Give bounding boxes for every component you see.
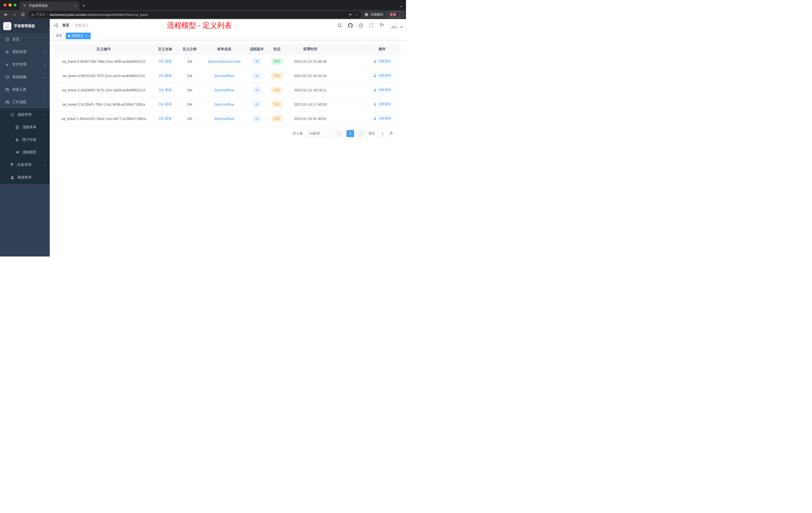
- briefcase-icon: [5, 100, 9, 104]
- person-icon: [373, 117, 377, 120]
- col-definition-name: 定义名称: [153, 44, 178, 54]
- person-icon: [10, 175, 14, 180]
- tab-search-icon[interactable]: [400, 3, 402, 8]
- definition-name-link[interactable]: OA 请假: [159, 73, 172, 78]
- back-icon[interactable]: [2, 11, 9, 18]
- users-icon: [15, 138, 19, 142]
- goto-page: 前往 页: [369, 130, 393, 137]
- sidebar-item-dev-tools[interactable]: 研发工具: [0, 83, 50, 96]
- form-info-link[interactable]: /bpm/oa/flow: [214, 88, 234, 92]
- sidebar-item-infrastructure[interactable]: 基础设施: [0, 71, 50, 83]
- col-form-info: 表单信息: [202, 44, 247, 54]
- tag-close-icon[interactable]: ×: [85, 34, 88, 38]
- assign-rule-button[interactable]: 分配规则: [373, 88, 391, 92]
- pagination: 共 5 条 10条/页 ‹ 1 › 前往 页: [55, 126, 401, 137]
- page-number-button[interactable]: 1: [347, 130, 354, 137]
- definition-name-link[interactable]: OA 请假: [159, 117, 172, 120]
- assign-rule-button[interactable]: 分配规则: [373, 116, 391, 121]
- main-area: 首页 / 流程定义 流程模型 - 定义列表 ?: [50, 19, 406, 256]
- sidebar: 芋道管理系统 首页 ⚙ 系统管理 ¥ 支付管理: [0, 19, 50, 256]
- form-info-link[interactable]: /bpm/oa/flow: [214, 102, 234, 107]
- browser-menu-icon[interactable]: ⋮: [398, 12, 402, 17]
- next-page-button[interactable]: ›: [357, 130, 365, 137]
- sidebar-item-task-management[interactable]: 任务管理: [0, 159, 50, 171]
- version-tag: v4: [253, 73, 261, 79]
- col-deploy-time: 部署时间: [287, 44, 334, 54]
- paper-plane-icon: [15, 150, 19, 155]
- breadcrumb-current: 流程定义: [75, 23, 89, 28]
- tab-close-icon[interactable]: ×: [73, 4, 77, 8]
- chevron-up-icon: [44, 114, 46, 116]
- deploy-time-cell: 2022-01-22 21:48:38: [287, 54, 334, 68]
- status-badge: 挂起: [271, 73, 283, 79]
- sidebar-item-leave-query[interactable]: 请假查询: [0, 171, 50, 184]
- search-icon[interactable]: [337, 23, 343, 28]
- definition-table: 定义编号 定义名称 定义分类 表单信息 流程版本 状态 部署时间 操作: [55, 44, 401, 126]
- definition-id-cell: oa_leave:2:3c1f0ef1-76b1-11ec-9c66-a2380…: [55, 97, 153, 112]
- prev-page-button[interactable]: ‹: [336, 130, 343, 137]
- incognito-icon: [364, 12, 369, 17]
- bookmark-star-icon[interactable]: ☆: [355, 13, 358, 17]
- definition-name-link[interactable]: OA 请假: [159, 88, 172, 92]
- sidebar-item-label: 研发工具: [12, 87, 26, 92]
- table-row: oa_leave:5:004b710b-7b8a-11ec-8ef0-acde4…: [55, 54, 401, 68]
- github-icon[interactable]: [348, 23, 353, 28]
- close-window-button[interactable]: [3, 3, 6, 6]
- font-size-icon[interactable]: TT: [379, 23, 385, 28]
- security-label: 不安全: [36, 12, 46, 17]
- browser-tab[interactable]: 芋道管理系统 ×: [20, 1, 79, 10]
- assign-rule-button[interactable]: 分配规则: [373, 59, 391, 63]
- definition-name-link[interactable]: OA 请假: [159, 59, 172, 63]
- help-icon[interactable]: ?: [358, 23, 364, 28]
- sidebar-item-system[interactable]: ⚙ 系统管理: [0, 46, 50, 58]
- form-info-link[interactable]: /bpm/oa/flow: [214, 117, 234, 121]
- browser-toolbar: 不安全 dashboard.yudao.iocoder.cn/bpm/manag…: [0, 10, 406, 19]
- version-tag: v2: [253, 101, 261, 108]
- goto-page-input[interactable]: [377, 130, 388, 137]
- category-cell: OA: [178, 112, 202, 126]
- category-cell: OA: [178, 68, 202, 83]
- fullscreen-icon[interactable]: [369, 23, 374, 28]
- tag-home[interactable]: 首页: [54, 33, 64, 39]
- form-info-link[interactable]: /bpm/oa/flow: [214, 74, 234, 78]
- sidebar-item-process-model[interactable]: 流程模型: [0, 146, 50, 159]
- sidebar-item-user-group[interactable]: 用户分组: [0, 133, 50, 146]
- definition-name-link[interactable]: OA 请假: [159, 102, 172, 106]
- sidebar-logo[interactable]: 芋道管理系统: [0, 19, 50, 33]
- breadcrumb-home[interactable]: 首页: [62, 23, 69, 28]
- assign-rule-button[interactable]: 分配规则: [373, 73, 391, 78]
- sidebar-toggle-icon[interactable]: [50, 19, 62, 32]
- chevron-down-icon: [44, 163, 46, 166]
- address-bar[interactable]: 不安全 dashboard.yudao.iocoder.cn/bpm/manag…: [28, 11, 361, 18]
- table-row: oa_leave:1:482ec033-762a-11ec-8477-a2380…: [55, 112, 401, 126]
- sidebar-item-workflow[interactable]: 工作流程: [0, 96, 50, 109]
- page-size-value: 10条/页: [309, 131, 320, 136]
- assign-rule-button[interactable]: 分配规则: [373, 102, 391, 107]
- sidebar-item-label: 系统管理: [12, 50, 26, 54]
- logo-avatar: [3, 22, 11, 30]
- forward-icon[interactable]: [11, 11, 18, 18]
- browser-update-button[interactable]: 更新 ⋮: [386, 11, 404, 18]
- user-avatar-dropdown[interactable]: [390, 22, 403, 29]
- status-badge: 激活: [271, 58, 283, 64]
- sidebar-item-home[interactable]: 首页: [0, 33, 50, 46]
- zoom-window-button[interactable]: [13, 3, 17, 6]
- minimize-window-button[interactable]: [8, 3, 11, 6]
- col-status: 状态: [267, 44, 287, 54]
- password-key-icon[interactable]: [348, 12, 352, 17]
- form-info-link[interactable]: /bpm/oa/leave/create: [208, 59, 241, 63]
- new-tab-button[interactable]: +: [79, 1, 88, 10]
- sidebar-item-label: 基础设施: [12, 75, 26, 79]
- sidebar-item-process-form[interactable]: 流程表单: [0, 121, 50, 133]
- sidebar-item-process-management[interactable]: 流程管理: [0, 109, 50, 121]
- status-badge: 挂起: [271, 87, 283, 93]
- refresh-icon[interactable]: [20, 11, 26, 18]
- sidebar-item-payment[interactable]: ¥ 支付管理: [0, 58, 50, 71]
- flag-icon: [10, 163, 14, 167]
- goto-label: 前往: [369, 131, 375, 136]
- tag-process-definition[interactable]: 流程定义 ×: [66, 33, 91, 39]
- chevron-up-icon: [44, 101, 46, 104]
- page-size-select[interactable]: 10条/页: [306, 130, 332, 137]
- sidebar-item-label: 首页: [12, 37, 19, 42]
- security-indicator[interactable]: 不安全: [31, 12, 46, 17]
